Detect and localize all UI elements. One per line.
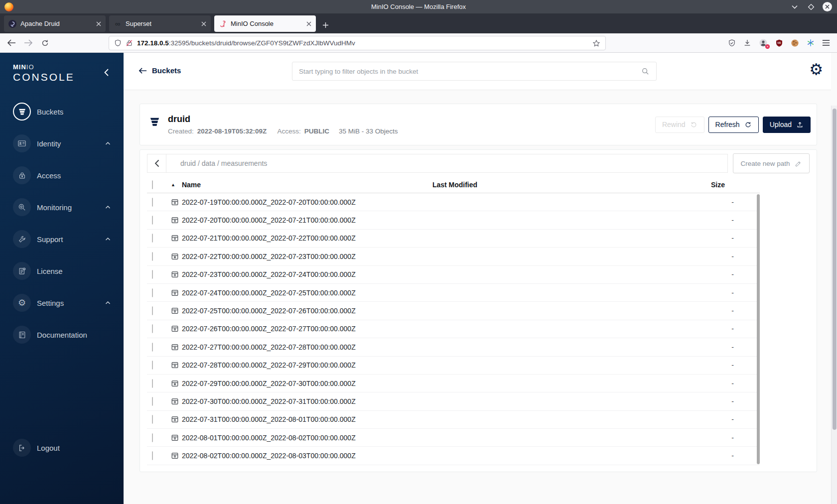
object-name: 2022-07-27T00:00:00.000Z_2022-07-28T00:0… bbox=[182, 343, 356, 351]
sidebar-item-license[interactable]: License bbox=[0, 255, 124, 287]
settings-gear-icon: ⚙ bbox=[13, 294, 31, 312]
row-checkbox[interactable] bbox=[152, 397, 153, 406]
table-row[interactable]: 2022-08-02T00:00:00.000Z_2022-08-03T00:0… bbox=[147, 447, 760, 465]
tab-apache-druid[interactable]: Apache Druid bbox=[4, 15, 106, 32]
downloads-icon[interactable] bbox=[743, 39, 751, 47]
bookmark-star-icon[interactable] bbox=[592, 39, 600, 47]
row-checkbox[interactable] bbox=[152, 361, 153, 370]
path-back-chevron[interactable] bbox=[147, 154, 166, 172]
tracking-shield-icon[interactable] bbox=[114, 39, 122, 47]
forward-button[interactable] bbox=[24, 39, 33, 47]
table-row[interactable]: 2022-07-30T00:00:00.000Z_2022-07-31T00:0… bbox=[147, 392, 760, 410]
object-size: - bbox=[695, 415, 760, 423]
window-minimize-icon[interactable] bbox=[790, 2, 799, 11]
row-checkbox[interactable] bbox=[152, 379, 153, 388]
row-checkbox[interactable] bbox=[152, 343, 153, 352]
sidebar-item-documentation[interactable]: Documentation bbox=[0, 319, 124, 351]
object-name: 2022-07-24T00:00:00.000Z_2022-07-25T00:0… bbox=[182, 289, 356, 297]
table-row[interactable]: 2022-07-26T00:00:00.000Z_2022-07-27T00:0… bbox=[147, 320, 760, 338]
sidebar-nav: Buckets Identity Access bbox=[0, 96, 124, 351]
tab-close-icon[interactable] bbox=[96, 21, 101, 26]
sidebar-item-settings[interactable]: ⚙ Settings bbox=[0, 287, 124, 319]
refresh-button[interactable]: Refresh bbox=[708, 117, 759, 133]
column-size-header[interactable]: Size bbox=[695, 181, 760, 189]
table-row[interactable]: 2022-07-20T00:00:00.000Z_2022-07-21T00:0… bbox=[147, 211, 760, 229]
colorful-asterisk-icon[interactable] bbox=[807, 39, 815, 47]
row-checkbox[interactable] bbox=[152, 252, 153, 261]
sidebar-item-label: Access bbox=[37, 171, 61, 180]
current-path[interactable]: druid / data / measurements bbox=[166, 159, 267, 167]
page-scrollbar[interactable] bbox=[831, 106, 837, 504]
tab-minio-console[interactable]: MinIO Console bbox=[214, 15, 316, 32]
settings-gear-icon[interactable]: ⚙ bbox=[809, 62, 823, 77]
create-new-path-button[interactable]: Create new path bbox=[733, 153, 810, 173]
table-row[interactable]: 2022-07-31T00:00:00.000Z_2022-08-01T00:0… bbox=[147, 411, 760, 429]
object-size: - bbox=[695, 452, 760, 460]
sidebar-collapse-icon[interactable] bbox=[104, 69, 109, 76]
window-close-button[interactable] bbox=[823, 2, 832, 11]
folder-icon bbox=[171, 434, 179, 442]
object-name: 2022-08-02T00:00:00.000Z_2022-08-03T00:0… bbox=[182, 452, 356, 460]
table-row[interactable]: 2022-07-24T00:00:00.000Z_2022-07-25T00:0… bbox=[147, 284, 760, 302]
row-checkbox[interactable] bbox=[152, 234, 153, 243]
object-name: 2022-07-19T00:00:00.000Z_2022-07-20T00:0… bbox=[182, 198, 356, 206]
ublock-origin-icon[interactable]: UO bbox=[775, 39, 783, 47]
hamburger-menu-icon[interactable] bbox=[822, 39, 830, 46]
logo-io: IO bbox=[26, 63, 34, 71]
object-name: 2022-07-28T00:00:00.000Z_2022-07-29T00:0… bbox=[182, 361, 356, 369]
window-maximize-icon[interactable] bbox=[806, 2, 816, 11]
table-row[interactable]: 2022-07-28T00:00:00.000Z_2022-07-29T00:0… bbox=[147, 357, 760, 375]
rewind-button[interactable]: Rewind bbox=[655, 117, 704, 133]
sidebar-item-monitoring[interactable]: Monitoring bbox=[0, 191, 124, 223]
row-checkbox[interactable] bbox=[152, 288, 153, 297]
row-checkbox[interactable] bbox=[152, 216, 153, 225]
new-tab-button[interactable] bbox=[322, 22, 329, 28]
table-row[interactable]: 2022-07-19T00:00:00.000Z_2022-07-20T00:0… bbox=[147, 193, 760, 211]
table-row[interactable]: 2022-07-29T00:00:00.000Z_2022-07-30T00:0… bbox=[147, 375, 760, 392]
shield-check-icon[interactable] bbox=[728, 39, 736, 47]
row-checkbox[interactable] bbox=[152, 324, 153, 333]
bucket-size-objects: 35 MiB - 33 Objects bbox=[339, 127, 398, 135]
row-checkbox[interactable] bbox=[152, 433, 153, 442]
column-name-header[interactable]: ▲ Name bbox=[171, 181, 390, 189]
select-all-checkbox[interactable] bbox=[152, 180, 153, 189]
table-row[interactable]: 2022-07-25T00:00:00.000Z_2022-07-26T00:0… bbox=[147, 302, 760, 320]
object-size: - bbox=[695, 361, 760, 369]
object-size: - bbox=[695, 198, 760, 206]
table-row[interactable]: 2022-07-21T00:00:00.000Z_2022-07-22T00:0… bbox=[147, 230, 760, 248]
back-to-buckets-link[interactable]: Buckets bbox=[139, 66, 181, 75]
folder-icon bbox=[171, 361, 179, 369]
row-checkbox[interactable] bbox=[152, 270, 153, 279]
row-checkbox[interactable] bbox=[152, 415, 153, 424]
sidebar-item-support[interactable]: Support bbox=[0, 223, 124, 255]
filter-objects-input[interactable] bbox=[292, 68, 641, 75]
object-name: 2022-07-20T00:00:00.000Z_2022-07-21T00:0… bbox=[182, 216, 356, 224]
sidebar-item-buckets[interactable]: Buckets bbox=[0, 96, 124, 127]
reload-button[interactable] bbox=[41, 39, 49, 47]
account-error-icon[interactable] bbox=[759, 38, 768, 47]
tab-close-icon[interactable] bbox=[201, 21, 206, 26]
sidebar-item-identity[interactable]: Identity bbox=[0, 127, 124, 159]
table-scrollbar[interactable] bbox=[757, 194, 760, 464]
table-row[interactable]: 2022-07-23T00:00:00.000Z_2022-07-24T00:0… bbox=[147, 266, 760, 284]
logout-icon bbox=[13, 439, 31, 457]
sidebar-item-logout[interactable]: Logout bbox=[0, 432, 124, 464]
sidebar-item-label: Buckets bbox=[37, 108, 63, 116]
url-bar[interactable]: 172.18.0.5:32595/buckets/druid/browse/ZG… bbox=[109, 36, 606, 50]
table-row[interactable]: 2022-07-27T00:00:00.000Z_2022-07-28T00:0… bbox=[147, 338, 760, 356]
firefox-logo-icon bbox=[4, 2, 13, 11]
insecure-lock-icon[interactable] bbox=[126, 39, 133, 47]
back-button[interactable] bbox=[7, 39, 16, 47]
table-row[interactable]: 2022-07-22T00:00:00.000Z_2022-07-23T00:0… bbox=[147, 248, 760, 265]
tab-superset[interactable]: ∞ Superset bbox=[109, 15, 211, 32]
row-checkbox[interactable] bbox=[152, 306, 153, 315]
row-checkbox[interactable] bbox=[152, 451, 153, 460]
sidebar-item-access[interactable]: Access bbox=[0, 159, 124, 191]
upload-button[interactable]: Upload bbox=[763, 117, 811, 133]
column-last-modified-header[interactable]: Last Modified bbox=[390, 181, 520, 189]
table-row[interactable]: 2022-08-01T00:00:00.000Z_2022-08-02T00:0… bbox=[147, 429, 760, 447]
page-scrollbar-thumb[interactable] bbox=[833, 109, 837, 430]
cookie-icon[interactable] bbox=[791, 39, 799, 47]
row-checkbox[interactable] bbox=[152, 198, 153, 207]
tab-close-icon[interactable] bbox=[306, 21, 311, 26]
